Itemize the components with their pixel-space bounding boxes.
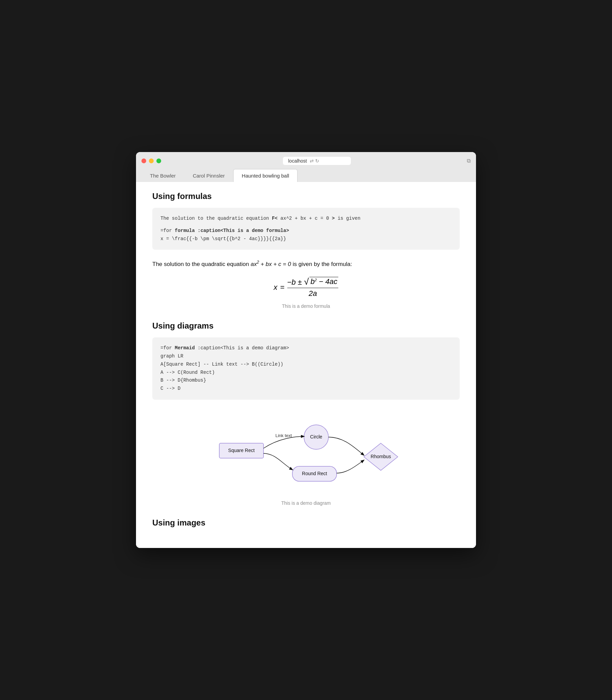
node-rhombus-label: Rhombus (371, 454, 391, 459)
browser-window: localhost ⇄ ↻ ⧉ The Bowler Carol Pinnsle… (136, 152, 476, 548)
diagram-code-line-1: =for Mermaid :caption<This is a demo dia… (161, 344, 451, 352)
node-round-rect-label: Round Rect (302, 471, 327, 476)
diagram-code-line-3: A[Square Rect] -- Link text --> B((Circl… (161, 360, 451, 369)
formulas-title: Using formulas (152, 192, 460, 201)
address-text: localhost (288, 158, 307, 164)
block-formula: x = −b ± √ b2 − 4ac 2a (152, 277, 460, 298)
page-content: Using formulas The solution to the quadr… (136, 182, 476, 548)
tab-bar: The Bowler Carol Pinnsler Haunted bowlin… (141, 169, 471, 182)
window-control[interactable]: ⧉ (467, 158, 471, 164)
diagram-code-line-6: C --> D (161, 385, 451, 393)
code-line-2: =for formula :caption<This is a demo for… (161, 227, 451, 235)
formula-paragraph: The solution to the quadratic equation a… (152, 259, 460, 269)
diagram-code-line-2: graph LR (161, 352, 451, 360)
diagram-caption: This is a demo diagram (152, 500, 460, 506)
diagram-code-line-4: A --> C(Round Rect) (161, 369, 451, 377)
traffic-lights (141, 159, 161, 163)
tab-bowler[interactable]: The Bowler (141, 169, 184, 182)
edge-a-b-label: Link text (275, 433, 292, 438)
diagram-container: Square Rect Circle Round Rect Rhombus Li… (152, 409, 460, 498)
close-button[interactable] (141, 159, 146, 163)
address-bar: localhost ⇄ ↻ (167, 157, 467, 165)
maximize-button[interactable] (156, 159, 161, 163)
edge-c-d (337, 460, 364, 473)
browser-icons: ⇄ ↻ (310, 158, 319, 164)
diagram-code-block: =for Mermaid :caption<This is a demo dia… (152, 338, 460, 400)
diagram-code-line-5: B --> D{Rhombus} (161, 376, 451, 385)
tab-carol[interactable]: Carol Pinnsler (184, 169, 233, 182)
code-line-1: The solution to the quadratic equation F… (161, 215, 451, 223)
title-bar: localhost ⇄ ↻ ⧉ The Bowler Carol Pinnsle… (136, 152, 476, 182)
node-square-rect-label: Square Rect (228, 448, 255, 453)
images-title: Using images (152, 518, 460, 527)
node-circle-label: Circle (310, 434, 322, 439)
formula-code-block: The solution to the quadratic equation F… (152, 208, 460, 250)
inline-math: ax2 + bx + c = 0 (251, 261, 292, 267)
edge-b-d (329, 437, 364, 455)
minimize-button[interactable] (149, 159, 154, 163)
diagrams-title: Using diagrams (152, 321, 460, 331)
tab-haunted[interactable]: Haunted bowling ball (233, 169, 297, 182)
formula-caption: This is a demo formula (152, 303, 460, 309)
edge-a-c (264, 453, 292, 470)
edge-a-b (264, 436, 304, 448)
diagram-svg: Square Rect Circle Round Rect Rhombus Li… (200, 409, 412, 498)
code-line-3: x = \frac{{-b \pm \sqrt{{b^2 - 4ac}}}}{{… (161, 235, 451, 243)
